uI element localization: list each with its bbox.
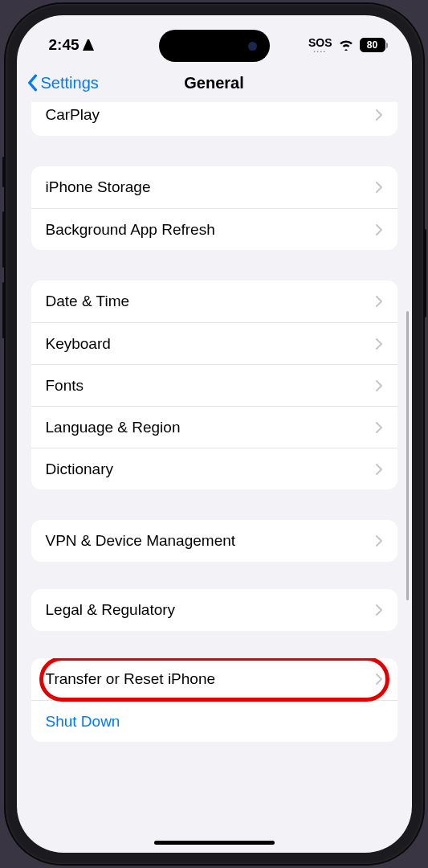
wifi-icon	[339, 39, 353, 51]
chevron-right-icon	[375, 673, 383, 686]
volume-down-button[interactable]	[2, 282, 6, 338]
chevron-right-icon	[375, 338, 383, 350]
scroll-indicator[interactable]	[406, 311, 409, 600]
chevron-right-icon	[375, 379, 383, 392]
chevron-right-icon	[375, 295, 383, 308]
chevron-right-icon	[375, 534, 383, 547]
row-vpn-device-management[interactable]: VPN & Device Management	[31, 520, 397, 562]
nav-bar: Settings General	[17, 63, 412, 102]
mute-switch[interactable]	[2, 157, 6, 187]
chevron-right-icon	[375, 108, 383, 121]
row-label: Background App Refresh	[46, 221, 375, 239]
row-language-region[interactable]: Language & Region	[31, 406, 397, 448]
row-label: Language & Region	[46, 419, 375, 436]
back-label: Settings	[41, 74, 99, 92]
row-legal-regulatory[interactable]: Legal & Regulatory	[31, 589, 397, 631]
row-dictionary[interactable]: Dictionary	[31, 448, 397, 489]
settings-group-legal: Legal & Regulatory	[31, 589, 397, 631]
power-button[interactable]	[423, 229, 426, 317]
row-label: Dictionary	[46, 461, 375, 478]
row-iphone-storage[interactable]: iPhone Storage	[31, 166, 397, 208]
battery-level: 80	[361, 40, 385, 50]
chevron-right-icon	[375, 421, 383, 434]
settings-group-reset: Transfer or Reset iPhone Shut Down	[31, 658, 397, 742]
chevron-right-icon	[375, 181, 383, 194]
row-transfer-reset-iphone[interactable]: Transfer or Reset iPhone	[31, 658, 397, 700]
nav-title: General	[184, 74, 243, 92]
row-label: VPN & Device Management	[46, 532, 375, 550]
home-indicator[interactable]	[154, 841, 275, 845]
chevron-back-icon	[26, 74, 38, 92]
status-left: 2:45	[49, 36, 94, 54]
chevron-right-icon	[375, 463, 383, 476]
status-time: 2:45	[49, 36, 79, 54]
chevron-right-icon	[375, 604, 383, 616]
screen: 2:45 SOS •••• 80	[17, 15, 412, 853]
row-label: Keyboard	[46, 335, 375, 353]
dynamic-island	[159, 30, 270, 62]
status-right: SOS •••• 80	[308, 37, 388, 54]
row-label: Legal & Regulatory	[46, 601, 375, 619]
row-fonts[interactable]: Fonts	[31, 364, 397, 406]
row-shut-down[interactable]: Shut Down	[31, 700, 397, 742]
row-label: Fonts	[46, 377, 375, 395]
row-label: CarPlay	[46, 106, 375, 124]
row-label: iPhone Storage	[46, 178, 375, 196]
row-carplay[interactable]: CarPlay	[31, 102, 397, 136]
camera-dot	[248, 42, 257, 51]
location-icon	[83, 39, 94, 51]
row-label: Transfer or Reset iPhone	[46, 670, 375, 688]
side-buttons-left	[2, 157, 6, 353]
back-button[interactable]: Settings	[26, 74, 99, 92]
sos-icon: SOS ••••	[308, 37, 332, 54]
row-background-app-refresh[interactable]: Background App Refresh	[31, 208, 397, 250]
settings-group-system: Date & Time Keyboard Fonts Language & Re…	[31, 280, 397, 489]
chevron-right-icon	[375, 223, 383, 236]
settings-group-carplay: CarPlay	[31, 102, 397, 136]
row-label: Date & Time	[46, 293, 375, 310]
row-date-time[interactable]: Date & Time	[31, 280, 397, 322]
settings-group-vpn: VPN & Device Management	[31, 520, 397, 562]
battery-icon: 80	[360, 38, 388, 52]
row-keyboard[interactable]: Keyboard	[31, 322, 397, 364]
phone-frame: 2:45 SOS •••• 80	[6, 4, 423, 864]
settings-group-storage: iPhone Storage Background App Refresh	[31, 166, 397, 250]
row-label: Shut Down	[46, 713, 383, 731]
content[interactable]: CarPlay iPhone Storage Background App Re…	[17, 102, 412, 853]
volume-up-button[interactable]	[2, 211, 6, 268]
